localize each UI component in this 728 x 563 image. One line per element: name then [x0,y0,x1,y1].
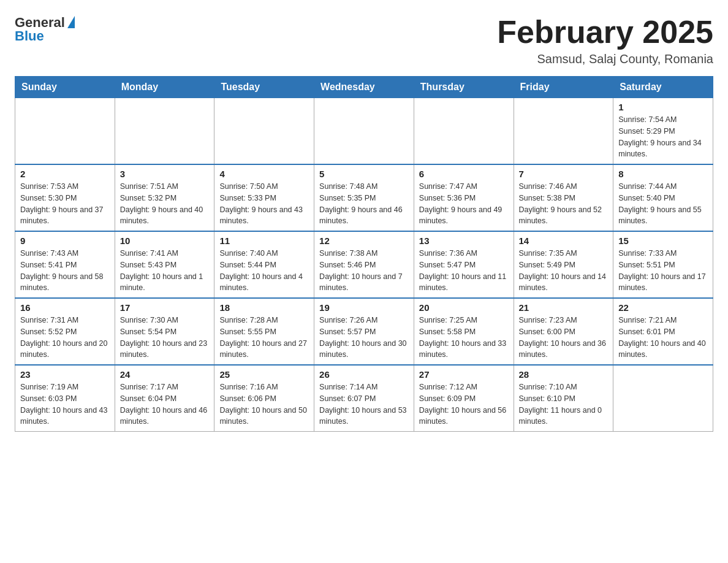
day-info: Sunrise: 7:21 AMSunset: 6:01 PMDaylight:… [618,315,708,361]
day-number: 20 [419,302,509,313]
calendar-cell: 20Sunrise: 7:25 AMSunset: 5:58 PMDayligh… [414,298,514,365]
day-info: Sunrise: 7:16 AMSunset: 6:06 PMDaylight:… [219,381,309,427]
calendar-cell: 17Sunrise: 7:30 AMSunset: 5:54 PMDayligh… [115,298,214,365]
calendar-cell: 28Sunrise: 7:10 AMSunset: 6:10 PMDayligh… [514,365,613,432]
day-number: 4 [219,169,309,179]
day-number: 18 [219,302,309,313]
calendar-week-3: 9Sunrise: 7:43 AMSunset: 5:41 PMDaylight… [15,231,713,298]
calendar-header-wednesday: Wednesday [314,77,414,98]
logo-blue-text: Blue [15,28,44,44]
calendar-cell: 6Sunrise: 7:47 AMSunset: 5:36 PMDaylight… [414,164,514,231]
calendar-cell [613,365,713,432]
day-number: 11 [219,236,309,246]
calendar-cell: 16Sunrise: 7:31 AMSunset: 5:52 PMDayligh… [15,298,115,365]
day-info: Sunrise: 7:40 AMSunset: 5:44 PMDaylight:… [219,248,309,294]
day-info: Sunrise: 7:14 AMSunset: 6:07 PMDaylight:… [319,381,409,427]
calendar-header-friday: Friday [514,77,613,98]
day-info: Sunrise: 7:47 AMSunset: 5:36 PMDaylight:… [419,181,509,227]
day-number: 8 [618,169,708,179]
day-info: Sunrise: 7:44 AMSunset: 5:40 PMDaylight:… [618,181,708,227]
calendar-cell: 14Sunrise: 7:35 AMSunset: 5:49 PMDayligh… [514,231,613,298]
calendar-cell: 7Sunrise: 7:46 AMSunset: 5:38 PMDaylight… [514,164,613,231]
day-number: 25 [219,369,309,380]
day-info: Sunrise: 7:25 AMSunset: 5:58 PMDaylight:… [419,315,509,361]
day-number: 26 [319,369,409,380]
logo-triangle-icon [67,16,75,28]
day-number: 27 [419,369,509,380]
calendar-cell: 12Sunrise: 7:38 AMSunset: 5:46 PMDayligh… [314,231,414,298]
month-title: February 2025 [497,15,713,50]
calendar-cell: 18Sunrise: 7:28 AMSunset: 5:55 PMDayligh… [214,298,314,365]
calendar-cell: 2Sunrise: 7:53 AMSunset: 5:30 PMDaylight… [15,164,115,231]
calendar-week-2: 2Sunrise: 7:53 AMSunset: 5:30 PMDaylight… [15,164,713,231]
calendar-cell: 23Sunrise: 7:19 AMSunset: 6:03 PMDayligh… [15,365,115,432]
day-number: 22 [618,302,708,313]
day-info: Sunrise: 7:46 AMSunset: 5:38 PMDaylight:… [519,181,609,227]
day-number: 16 [20,302,110,313]
calendar-cell: 10Sunrise: 7:41 AMSunset: 5:43 PMDayligh… [115,231,214,298]
calendar-cell: 5Sunrise: 7:48 AMSunset: 5:35 PMDaylight… [314,164,414,231]
day-number: 1 [618,102,708,112]
calendar-week-4: 16Sunrise: 7:31 AMSunset: 5:52 PMDayligh… [15,298,713,365]
day-number: 19 [319,302,409,313]
calendar-cell: 9Sunrise: 7:43 AMSunset: 5:41 PMDaylight… [15,231,115,298]
day-info: Sunrise: 7:23 AMSunset: 6:00 PMDaylight:… [519,315,609,361]
page-header: General Blue February 2025 Samsud, Salaj… [15,15,713,66]
calendar-cell [414,98,514,165]
calendar-cell: 25Sunrise: 7:16 AMSunset: 6:06 PMDayligh… [214,365,314,432]
calendar-cell [314,98,414,165]
calendar-header-sunday: Sunday [15,77,115,98]
day-number: 5 [319,169,409,179]
calendar-cell: 3Sunrise: 7:51 AMSunset: 5:32 PMDaylight… [115,164,214,231]
day-info: Sunrise: 7:53 AMSunset: 5:30 PMDaylight:… [20,181,110,227]
calendar-cell: 24Sunrise: 7:17 AMSunset: 6:04 PMDayligh… [115,365,214,432]
calendar-header-monday: Monday [115,77,214,98]
calendar-week-5: 23Sunrise: 7:19 AMSunset: 6:03 PMDayligh… [15,365,713,432]
day-number: 17 [120,302,210,313]
day-info: Sunrise: 7:30 AMSunset: 5:54 PMDaylight:… [120,315,210,361]
calendar-header-row: SundayMondayTuesdayWednesdayThursdayFrid… [15,77,713,98]
day-info: Sunrise: 7:31 AMSunset: 5:52 PMDaylight:… [20,315,110,361]
day-info: Sunrise: 7:19 AMSunset: 6:03 PMDaylight:… [20,381,110,427]
calendar-cell: 4Sunrise: 7:50 AMSunset: 5:33 PMDaylight… [214,164,314,231]
calendar-header-tuesday: Tuesday [214,77,314,98]
calendar-cell [115,98,214,165]
calendar-cell: 11Sunrise: 7:40 AMSunset: 5:44 PMDayligh… [214,231,314,298]
day-info: Sunrise: 7:10 AMSunset: 6:10 PMDaylight:… [519,381,609,427]
day-number: 14 [519,236,609,246]
day-info: Sunrise: 7:36 AMSunset: 5:47 PMDaylight:… [419,248,509,294]
day-info: Sunrise: 7:50 AMSunset: 5:33 PMDaylight:… [219,181,309,227]
day-number: 10 [120,236,210,246]
day-number: 24 [120,369,210,380]
calendar-cell: 1Sunrise: 7:54 AMSunset: 5:29 PMDaylight… [613,98,713,165]
day-number: 2 [20,169,110,179]
day-number: 23 [20,369,110,380]
location-text: Samsud, Salaj County, Romania [497,52,713,66]
day-number: 21 [519,302,609,313]
day-info: Sunrise: 7:12 AMSunset: 6:09 PMDaylight:… [419,381,509,427]
calendar-cell: 22Sunrise: 7:21 AMSunset: 6:01 PMDayligh… [613,298,713,365]
day-number: 6 [419,169,509,179]
day-info: Sunrise: 7:41 AMSunset: 5:43 PMDaylight:… [120,248,210,294]
calendar-cell: 27Sunrise: 7:12 AMSunset: 6:09 PMDayligh… [414,365,514,432]
calendar-week-1: 1Sunrise: 7:54 AMSunset: 5:29 PMDaylight… [15,98,713,165]
day-number: 28 [519,369,609,380]
day-number: 9 [20,236,110,246]
calendar-table: SundayMondayTuesdayWednesdayThursdayFrid… [15,76,713,432]
calendar-cell: 13Sunrise: 7:36 AMSunset: 5:47 PMDayligh… [414,231,514,298]
calendar-cell: 19Sunrise: 7:26 AMSunset: 5:57 PMDayligh… [314,298,414,365]
day-info: Sunrise: 7:48 AMSunset: 5:35 PMDaylight:… [319,181,409,227]
calendar-cell: 26Sunrise: 7:14 AMSunset: 6:07 PMDayligh… [314,365,414,432]
day-info: Sunrise: 7:38 AMSunset: 5:46 PMDaylight:… [319,248,409,294]
logo: General Blue [15,15,75,44]
calendar-cell: 21Sunrise: 7:23 AMSunset: 6:00 PMDayligh… [514,298,613,365]
day-number: 15 [618,236,708,246]
day-info: Sunrise: 7:26 AMSunset: 5:57 PMDaylight:… [319,315,409,361]
calendar-cell: 8Sunrise: 7:44 AMSunset: 5:40 PMDaylight… [613,164,713,231]
day-number: 3 [120,169,210,179]
calendar-cell [15,98,115,165]
day-info: Sunrise: 7:33 AMSunset: 5:51 PMDaylight:… [618,248,708,294]
day-number: 13 [419,236,509,246]
calendar-cell [214,98,314,165]
calendar-header-saturday: Saturday [613,77,713,98]
